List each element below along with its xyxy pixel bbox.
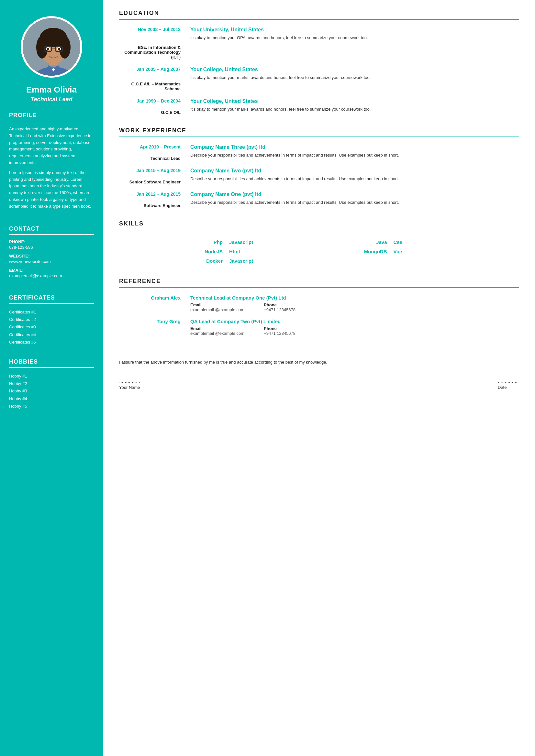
edu-content-2: Your College, United States It's okay to…: [190, 67, 519, 91]
skill-item-3: MongoDB Vue: [355, 247, 519, 256]
experience-heading: WORK EXPERIENCE: [119, 127, 519, 137]
exp-content-1: Company Name Three (pvt) ltd Describe yo…: [190, 144, 519, 161]
person-role: Technical Lead: [26, 96, 77, 103]
email-value[interactable]: examplemail@example.com: [9, 273, 94, 278]
ref-content-2: QA Lead at Company Two (Pvt) Limited Ema…: [190, 319, 519, 336]
signature-block: …………… Your Name: [119, 379, 140, 390]
education-heading: EDUCATION: [119, 10, 519, 20]
ref-entry-2: Tony Greg QA Lead at Company Two (Pvt) L…: [119, 319, 519, 336]
ref-contact-grid-1: Email examplemail @example.com Phone +94…: [190, 303, 519, 312]
ref-content-1: Technical Lead at Company One (Pvt) Ltd …: [190, 295, 519, 312]
cert-item-5: Certificates #5: [9, 338, 94, 346]
main-content: EDUCATION Nov 2008 – Jul 2012 BSc. in In…: [103, 0, 535, 756]
svg-point-5: [36, 36, 48, 59]
exp-content-2: Company Name Two (pvt) ltd Describe your…: [190, 168, 519, 184]
cert-item-2: Certificates #2: [9, 316, 94, 323]
profile-heading: PROFILE: [9, 112, 94, 121]
skill-item-2: NodeJS Html: [190, 247, 355, 256]
declaration-text: I assure that the above information furn…: [119, 359, 519, 366]
edu-content-3: Your College, United States It's okay to…: [190, 98, 519, 115]
svg-point-13: [58, 48, 60, 50]
hobby-item-5: Hobby #5: [9, 402, 94, 410]
website-value[interactable]: www.yourwebsite.com: [9, 259, 94, 264]
skills-heading: SKILLS: [119, 220, 519, 230]
ref-entry-1: Graham Alex Technical Lead at Company On…: [119, 295, 519, 312]
exp-date-1: Apr 2019 – Present Technical Lead: [119, 144, 190, 161]
declaration-section: I assure that the above information furn…: [119, 349, 519, 390]
education-section: EDUCATION Nov 2008 – Jul 2012 BSc. in In…: [119, 10, 519, 115]
exp-date-2: Jan 2015 – Aug 2019 Senior Software Engi…: [119, 168, 190, 184]
skills-grid: Php Javascript Java Css NodeJS Html Mong…: [190, 237, 519, 266]
edu-entry-2: Jan 2005 – Aug 2007 G.C.E A/L – Mathemat…: [119, 67, 519, 91]
ref-contact-grid-2: Email examplemail @example.com Phone +94…: [190, 326, 519, 336]
exp-entry-1: Apr 2019 – Present Technical Lead Compan…: [119, 144, 519, 161]
signature-row: …………… Your Name …………… Date: [119, 379, 519, 390]
edu-date-3: Jan 1990 – Dec 2004 G.C.E O/L: [119, 98, 190, 115]
avatar: [21, 16, 82, 78]
edu-content-1: Your University, United States It's okay…: [190, 27, 519, 60]
phone-value: 678-123-586: [9, 245, 94, 250]
edu-entry-3: Jan 1990 – Dec 2004 G.C.E O/L Your Colle…: [119, 98, 519, 115]
certificates-heading: CERTIFICATES: [9, 294, 94, 304]
exp-date-3: Jan 2012 – Aug 2015 Software Engineer: [119, 192, 190, 208]
cert-item-1: Certificates #1: [9, 308, 94, 316]
hobby-item-1: Hobby #1: [9, 372, 94, 380]
hobby-item-4: Hobby #4: [9, 395, 94, 402]
edu-date-2: Jan 2005 – Aug 2007 G.C.E A/L – Mathemat…: [119, 67, 190, 91]
cert-item-3: Certificates #3: [9, 323, 94, 331]
person-name: Emma Olivia: [26, 85, 77, 95]
phone-label: PHONE:: [9, 239, 94, 244]
date-block: …………… Date: [498, 379, 519, 390]
exp-content-3: Company Name One (pvt) ltd Describe your…: [190, 192, 519, 208]
svg-point-12: [47, 48, 49, 50]
skill-item-1: Java Css: [355, 237, 519, 247]
sidebar-certificates-section: CERTIFICATES Certificates #1 Certificate…: [0, 285, 103, 349]
contact-heading: CONTACT: [9, 226, 94, 235]
hobby-item-2: Hobby #2: [9, 380, 94, 387]
ref-name-2: Tony Greg: [119, 319, 190, 336]
certificates-list: Certificates #1 Certificates #2 Certific…: [9, 308, 94, 346]
cert-item-4: Certificates #4: [9, 331, 94, 338]
hobbies-heading: HOBBIES: [9, 359, 94, 368]
exp-entry-3: Jan 2012 – Aug 2015 Software Engineer Co…: [119, 192, 519, 208]
edu-entry-1: Nov 2008 – Jul 2012 BSc. in Information …: [119, 27, 519, 60]
website-label: WEBSITE:: [9, 254, 94, 258]
sidebar-profile-section: PROFILE An experienced and highly-motiva…: [0, 103, 103, 216]
skills-section: SKILLS Php Javascript Java Css NodeJS Ht…: [119, 220, 519, 266]
sidebar-hobbies-section: HOBBIES Hobby #1 Hobby #2 Hobby #3 Hobby…: [0, 349, 103, 414]
skill-item-0: Php Javascript: [190, 237, 355, 247]
svg-point-6: [59, 36, 70, 59]
name-title: Emma Olivia Technical Lead: [20, 85, 83, 103]
hobby-item-3: Hobby #3: [9, 387, 94, 395]
email-label: EMAIL:: [9, 268, 94, 273]
ref-email-col-2: Email examplemail @example.com: [190, 326, 244, 336]
sidebar-contact-section: CONTACT PHONE: 678-123-586 WEBSITE: www.…: [0, 216, 103, 285]
profile-para-1: An experienced and highly-motivated Tech…: [9, 126, 94, 166]
reference-section: REFERENCE Graham Alex Technical Lead at …: [119, 278, 519, 336]
ref-phone-col-1: Phone +9471 12345678: [264, 303, 296, 312]
ref-name-1: Graham Alex: [119, 295, 190, 312]
reference-heading: REFERENCE: [119, 278, 519, 288]
exp-entry-2: Jan 2015 – Aug 2019 Senior Software Engi…: [119, 168, 519, 184]
experience-section: WORK EXPERIENCE Apr 2019 – Present Techn…: [119, 127, 519, 208]
profile-para-2: Lorem Ipsum is simply dummy text of the …: [9, 170, 94, 210]
skill-item-4: Docker Javascript: [190, 256, 355, 266]
sidebar: Emma Olivia Technical Lead PROFILE An ex…: [0, 0, 103, 756]
ref-email-col-1: Email examplemail @example.com: [190, 303, 244, 312]
hobbies-list: Hobby #1 Hobby #2 Hobby #3 Hobby #4 Hobb…: [9, 372, 94, 410]
edu-date-1: Nov 2008 – Jul 2012 BSc. in Information …: [119, 27, 190, 60]
ref-phone-col-2: Phone +9471 12345678: [264, 326, 296, 336]
